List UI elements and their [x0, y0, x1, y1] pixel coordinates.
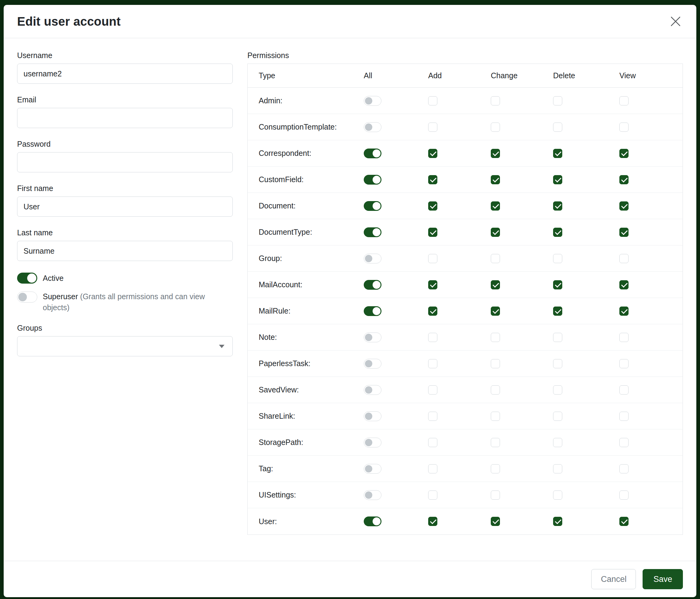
perm-checkbox-change[interactable] — [491, 96, 500, 105]
perm-checkbox-delete[interactable] — [553, 254, 562, 263]
email-input[interactable] — [17, 108, 233, 128]
perm-toggle-all[interactable] — [364, 359, 381, 368]
perm-checkbox-view[interactable] — [619, 307, 628, 316]
perm-checkbox-change[interactable] — [491, 517, 500, 526]
perm-toggle-all[interactable] — [364, 122, 381, 132]
perm-checkbox-add[interactable] — [428, 490, 438, 500]
perm-toggle-all[interactable] — [364, 306, 381, 316]
perm-checkbox-add[interactable] — [428, 359, 438, 368]
perm-checkbox-add[interactable] — [428, 307, 438, 316]
perm-toggle-all[interactable] — [364, 411, 381, 421]
perm-checkbox-add[interactable] — [428, 464, 438, 473]
perm-checkbox-add[interactable] — [428, 228, 438, 237]
perm-toggle-all[interactable] — [364, 517, 381, 526]
perm-checkbox-view[interactable] — [619, 385, 628, 394]
perm-checkbox-delete[interactable] — [553, 385, 562, 394]
perm-checkbox-view[interactable] — [619, 228, 628, 237]
perm-checkbox-delete[interactable] — [553, 96, 562, 105]
perm-checkbox-change[interactable] — [491, 228, 500, 237]
first-name-input[interactable] — [17, 196, 233, 217]
perm-checkbox-delete[interactable] — [553, 333, 562, 342]
perm-checkbox-add[interactable] — [428, 201, 438, 211]
perm-checkbox-change[interactable] — [491, 412, 500, 421]
perm-checkbox-delete[interactable] — [553, 307, 562, 316]
cancel-button[interactable]: Cancel — [591, 569, 636, 589]
perm-toggle-all[interactable] — [364, 96, 381, 106]
perm-checkbox-change[interactable] — [491, 464, 500, 473]
perm-toggle-all[interactable] — [364, 227, 381, 237]
perm-checkbox-add[interactable] — [428, 517, 438, 526]
perm-checkbox-change[interactable] — [491, 359, 500, 368]
perm-checkbox-add[interactable] — [428, 96, 438, 105]
perm-checkbox-change[interactable] — [491, 490, 500, 500]
perm-checkbox-delete[interactable] — [553, 438, 562, 447]
perm-checkbox-add[interactable] — [428, 254, 438, 263]
perm-checkbox-delete[interactable] — [553, 123, 562, 132]
perm-checkbox-view[interactable] — [619, 201, 628, 211]
perm-checkbox-change[interactable] — [491, 201, 500, 211]
perm-checkbox-delete[interactable] — [553, 149, 562, 158]
perm-checkbox-delete[interactable] — [553, 517, 562, 526]
perm-checkbox-view[interactable] — [619, 517, 628, 526]
perm-toggle-all[interactable] — [364, 438, 381, 448]
groups-select[interactable] — [17, 336, 233, 356]
perm-checkbox-delete[interactable] — [553, 228, 562, 237]
toggle-knob — [365, 386, 372, 393]
perm-checkbox-change[interactable] — [491, 438, 500, 447]
perm-checkbox-delete[interactable] — [553, 490, 562, 500]
superuser-row: Superuser (Grants all permissions and ca… — [17, 291, 233, 313]
username-input[interactable] — [17, 64, 233, 84]
perm-toggle-all[interactable] — [364, 254, 381, 263]
active-toggle[interactable] — [17, 272, 37, 284]
perm-toggle-all[interactable] — [364, 385, 381, 395]
toggle-knob — [365, 255, 372, 262]
close-button[interactable] — [668, 14, 683, 29]
perm-checkbox-add[interactable] — [428, 149, 438, 158]
password-input[interactable] — [17, 152, 233, 172]
perm-toggle-all[interactable] — [364, 333, 381, 342]
perm-checkbox-view[interactable] — [619, 438, 628, 447]
last-name-input[interactable] — [17, 241, 233, 261]
perm-checkbox-delete[interactable] — [553, 280, 562, 289]
perm-toggle-all[interactable] — [364, 280, 381, 290]
perm-checkbox-view[interactable] — [619, 123, 628, 132]
perm-checkbox-view[interactable] — [619, 280, 628, 289]
perm-checkbox-add[interactable] — [428, 175, 438, 184]
perm-checkbox-add[interactable] — [428, 412, 438, 421]
perm-checkbox-delete[interactable] — [553, 412, 562, 421]
perm-toggle-all[interactable] — [364, 490, 381, 500]
perm-checkbox-delete[interactable] — [553, 201, 562, 211]
perm-checkbox-delete[interactable] — [553, 359, 562, 368]
perm-checkbox-change[interactable] — [491, 149, 500, 158]
perm-checkbox-add[interactable] — [428, 385, 438, 394]
perm-checkbox-view[interactable] — [619, 149, 628, 158]
perm-checkbox-change[interactable] — [491, 333, 500, 342]
superuser-toggle[interactable] — [17, 291, 37, 303]
perm-checkbox-add[interactable] — [428, 280, 438, 289]
perm-checkbox-change[interactable] — [491, 175, 500, 184]
permission-row: Note: — [248, 324, 682, 351]
perm-checkbox-delete[interactable] — [553, 464, 562, 473]
perm-checkbox-view[interactable] — [619, 412, 628, 421]
perm-checkbox-change[interactable] — [491, 307, 500, 316]
perm-checkbox-delete[interactable] — [553, 175, 562, 184]
perm-checkbox-view[interactable] — [619, 490, 628, 500]
perm-checkbox-view[interactable] — [619, 254, 628, 263]
perm-checkbox-view[interactable] — [619, 464, 628, 473]
perm-checkbox-add[interactable] — [428, 123, 438, 132]
perm-checkbox-add[interactable] — [428, 333, 438, 342]
perm-checkbox-view[interactable] — [619, 175, 628, 184]
perm-checkbox-view[interactable] — [619, 333, 628, 342]
perm-toggle-all[interactable] — [364, 201, 381, 211]
save-button[interactable]: Save — [643, 569, 683, 589]
perm-toggle-all[interactable] — [364, 464, 381, 474]
perm-checkbox-view[interactable] — [619, 359, 628, 368]
perm-checkbox-view[interactable] — [619, 96, 628, 105]
perm-checkbox-change[interactable] — [491, 385, 500, 394]
perm-checkbox-change[interactable] — [491, 123, 500, 132]
perm-checkbox-change[interactable] — [491, 280, 500, 289]
perm-toggle-all[interactable] — [364, 148, 381, 158]
perm-toggle-all[interactable] — [364, 175, 381, 185]
perm-checkbox-add[interactable] — [428, 438, 438, 447]
perm-checkbox-change[interactable] — [491, 254, 500, 263]
